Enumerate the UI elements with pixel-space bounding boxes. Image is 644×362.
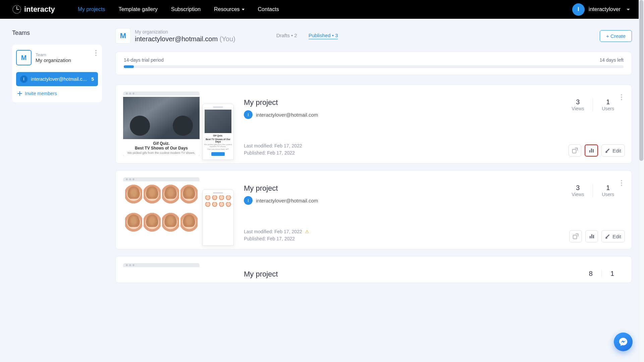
open-button[interactable] bbox=[569, 144, 581, 157]
project-body: My project bbox=[244, 263, 632, 283]
project-thumbnail[interactable]: Gif Quiz. Best TV Shows of Our Days We p… bbox=[123, 92, 234, 163]
team-texts: Team My organization bbox=[36, 52, 71, 63]
invite-label: Invite members bbox=[25, 91, 57, 96]
org-label: My organization bbox=[135, 29, 235, 35]
organization-header: M My organization interactylover@hotmail… bbox=[115, 28, 632, 44]
chevron-down-icon bbox=[627, 9, 630, 10]
stat-users: 1 Users bbox=[593, 184, 623, 197]
project-title: My project bbox=[244, 270, 622, 279]
team-badge: M bbox=[16, 50, 32, 65]
tab-drafts-label: Drafts bbox=[276, 33, 290, 38]
owner-email: interactylover@hotmail.com bbox=[256, 198, 318, 203]
mobile-preview bbox=[202, 189, 234, 246]
brand-name: interacty bbox=[24, 5, 55, 14]
project-published: Published: Feb 17, 2022 bbox=[244, 149, 622, 157]
project-owner: I interactylover@hotmail.com bbox=[244, 110, 622, 119]
users-label: Users bbox=[602, 106, 614, 111]
main-nav: My projects Template gallery Subscriptio… bbox=[78, 6, 279, 12]
project-owner: I interactylover@hotmail.com bbox=[244, 196, 622, 205]
views-value: 3 bbox=[572, 98, 584, 106]
project-thumbnail[interactable] bbox=[123, 177, 234, 249]
member-avatar: I bbox=[20, 75, 28, 83]
stat-users: 1 Users bbox=[593, 98, 623, 111]
user-avatar: I bbox=[572, 3, 585, 16]
project-modified: Last modified: Feb 17, 2022 bbox=[244, 142, 622, 149]
project-card: Gif Quiz. Best TV Shows of Our Days We p… bbox=[115, 84, 632, 164]
views-label: Views bbox=[572, 192, 584, 197]
edit-button[interactable]: Edit bbox=[601, 230, 625, 242]
open-button[interactable] bbox=[569, 230, 582, 242]
project-card: My project 8 1 bbox=[115, 256, 632, 283]
preview-image bbox=[123, 97, 200, 139]
open-icon bbox=[573, 234, 578, 239]
user-menu[interactable]: I interactylover bbox=[572, 3, 630, 16]
stat-users: 1 bbox=[601, 270, 623, 278]
users-value: 1 bbox=[610, 270, 614, 278]
nav-contacts[interactable]: Contacts bbox=[258, 6, 279, 12]
users-label: Users bbox=[602, 192, 614, 197]
project-modified: Last modified: Feb 17, 2022 bbox=[244, 229, 302, 234]
stat-views: 3 Views bbox=[563, 184, 593, 197]
mobile-desc: We picked gifs from the coolest modern T… bbox=[203, 143, 233, 147]
org-badge: M bbox=[115, 28, 131, 44]
edit-label: Edit bbox=[612, 148, 621, 154]
scrollbar-thumb[interactable] bbox=[639, 0, 643, 161]
preview-subtitle: Best TV Shows of Our Days bbox=[126, 146, 196, 150]
member-count: 5 bbox=[91, 76, 94, 82]
mobile-subtitle: Best TV Shows of Our Days bbox=[203, 138, 233, 143]
tab-published-count: 3 bbox=[335, 33, 338, 38]
brand-logo[interactable]: interacty bbox=[12, 5, 55, 14]
preview-image bbox=[123, 183, 200, 242]
owner-avatar: I bbox=[244, 196, 253, 205]
member-email: interactylover@hotmail.com… bbox=[31, 76, 88, 82]
stat-views: 3 Views bbox=[563, 98, 593, 111]
team-label: Team bbox=[36, 52, 71, 57]
trial-label: 14-days trial period bbox=[124, 57, 164, 63]
tab-published[interactable]: Published • 3 bbox=[309, 33, 338, 39]
project-thumbnail[interactable] bbox=[123, 263, 234, 283]
edit-button[interactable]: Edit bbox=[601, 144, 625, 157]
invite-members-link[interactable]: Invite members bbox=[16, 91, 98, 96]
analytics-button[interactable] bbox=[585, 230, 598, 242]
nav-subscription[interactable]: Subscription bbox=[171, 6, 201, 12]
stat-views: 8 bbox=[580, 270, 601, 278]
views-value: 8 bbox=[589, 270, 593, 278]
project-meta: Last modified: Feb 17, 2022 Published: F… bbox=[244, 142, 622, 157]
team-more-icon[interactable] bbox=[94, 49, 98, 57]
preview-title: Gif Quiz. bbox=[126, 141, 196, 146]
scrollbar-track[interactable] bbox=[639, 0, 644, 362]
preview-desc: We picked gifs from the coolest modern T… bbox=[126, 151, 196, 155]
plus-icon bbox=[17, 91, 22, 96]
logo-icon bbox=[12, 5, 21, 14]
nav-resources[interactable]: Resources bbox=[214, 6, 244, 12]
member-chip[interactable]: I interactylover@hotmail.com… 5 bbox=[16, 72, 98, 86]
org-texts: My organization interactylover@hotmail.c… bbox=[135, 29, 235, 43]
edit-label: Edit bbox=[612, 234, 621, 239]
trial-progress-fill bbox=[124, 65, 134, 68]
mobile-cta bbox=[211, 152, 225, 156]
tab-drafts-count: 2 bbox=[294, 33, 297, 38]
users-value: 1 bbox=[602, 184, 614, 192]
chat-fab[interactable] bbox=[614, 333, 633, 351]
project-published: Published: Feb 17, 2022 bbox=[244, 235, 622, 242]
nav-my-projects[interactable]: My projects bbox=[78, 6, 105, 12]
analytics-button[interactable] bbox=[585, 144, 598, 157]
tab-drafts[interactable]: Drafts • 2 bbox=[276, 33, 297, 38]
messenger-icon bbox=[618, 337, 628, 347]
create-button[interactable]: + Create bbox=[600, 30, 632, 42]
page-body: Teams M Team My organization I interacty… bbox=[0, 19, 644, 290]
owner-email: interactylover@hotmail.com bbox=[256, 112, 318, 118]
team-header[interactable]: M Team My organization bbox=[16, 50, 98, 65]
nav-template-gallery[interactable]: Template gallery bbox=[119, 6, 158, 12]
main-content: M My organization interactylover@hotmail… bbox=[115, 28, 632, 290]
top-navbar: interacty My projects Template gallery S… bbox=[0, 0, 644, 19]
project-card: My project I interactylover@hotmail.com … bbox=[115, 170, 632, 249]
project-stats: 8 1 bbox=[580, 270, 623, 278]
org-you: (You) bbox=[220, 35, 235, 43]
analytics-icon bbox=[589, 234, 594, 239]
tab-published-label: Published bbox=[309, 33, 331, 38]
team-card: M Team My organization I interactylover@… bbox=[12, 45, 102, 102]
trial-progress bbox=[124, 65, 624, 68]
mobile-preview: Gif Quiz. Best TV Shows of Our Days We p… bbox=[202, 104, 234, 160]
mobile-title: Gif Quiz. bbox=[213, 134, 223, 137]
